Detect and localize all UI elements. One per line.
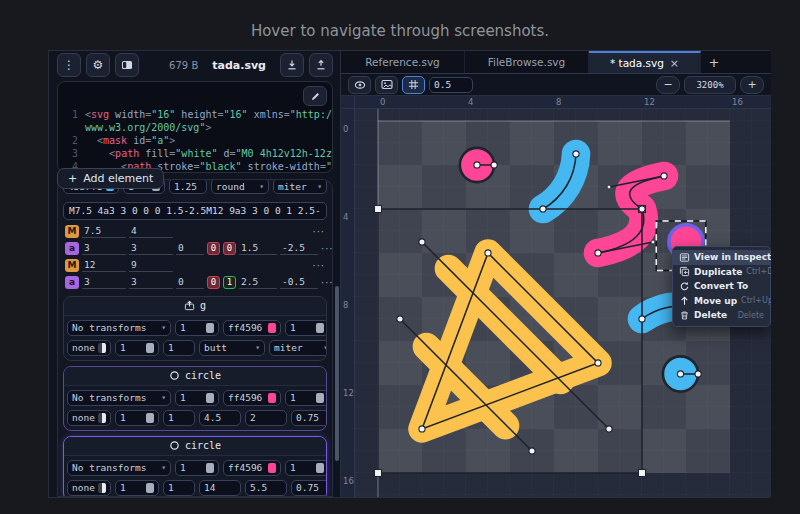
command-value[interactable]: 12 [82,259,126,272]
command-value[interactable]: 3 [129,242,173,255]
code-line[interactable]: 2 <mask id="a"> [58,134,332,147]
value-field[interactable]: 1 [175,320,219,336]
download-button[interactable] [280,53,304,77]
section-header-circle[interactable]: circle [64,367,326,386]
arc-flag[interactable]: 0 [223,242,236,255]
command-row[interactable]: a330012.5-0.5··· [63,274,327,291]
value-field[interactable]: 1.25 [169,179,207,194]
command-row[interactable]: M7.54··· [63,223,327,240]
more-options[interactable]: ··· [321,243,333,254]
value-field[interactable]: 1 [285,390,327,406]
code-editor[interactable]: 1<svg width="16" height="16" xmlns="http… [57,81,333,173]
value-field[interactable]: none [67,410,111,426]
menu-item-view-in-inspector[interactable]: View in Inspector [673,250,770,265]
value-field[interactable]: 1 [115,410,159,426]
section-header-g[interactable]: g [64,297,326,316]
code-lines[interactable]: 1<svg width="16" height="16" xmlns="http… [58,108,332,173]
value-field[interactable]: 1 [115,480,159,496]
new-tab-button[interactable]: + [701,51,727,73]
arc-flag[interactable]: 0 [207,276,220,289]
arc-flag[interactable]: 1 [223,276,236,289]
select-field[interactable]: butt▾ [199,340,265,356]
value-field[interactable]: none [67,480,111,496]
arc-flag[interactable]: 0 [207,242,220,255]
select-field[interactable]: miter▾ [269,340,327,356]
command-row[interactable]: a330001.5-2.5··· [63,240,327,257]
menu-item-delete[interactable]: DeleteDelete [673,308,770,323]
more-options[interactable]: ··· [321,277,333,288]
command-value[interactable]: 7.5 [82,225,126,238]
zoom-out-button[interactable]: − [656,76,680,94]
command-value[interactable]: 3 [82,276,126,289]
value-field[interactable]: 1 [163,480,195,496]
value-field[interactable]: 4.5 [199,410,241,426]
value-field[interactable]: 1 [163,340,195,356]
settings-button[interactable]: ⚙ [86,53,110,77]
element-section-g[interactable]: gNo transforms▾1ff45961none11butt▾miter▾ [63,296,327,361]
value-field[interactable]: 1 [285,320,327,336]
section-header-circle[interactable]: circle [64,437,326,456]
command-value[interactable]: -2.5 [280,242,318,255]
menu-item-convert-to[interactable]: Convert To [673,279,770,294]
value-field[interactable]: 1 [175,460,219,476]
value-field[interactable]: 14 [199,480,241,496]
element-section-circle[interactable]: circleNo transforms▾1ff45961none114.520.… [63,366,327,431]
value-field[interactable]: ff4596 [223,390,281,406]
value-field[interactable]: ff4596 [223,460,281,476]
value-field[interactable]: 1 [115,340,159,356]
zoom-in-button[interactable]: + [740,76,764,94]
menu-item-duplicate[interactable]: DuplicateCtrl+D [673,265,770,280]
delete-icon [679,310,690,321]
code-line[interactable]: www.w3.org/2000/svg"> [58,121,332,134]
value-field[interactable]: 1 [163,410,195,426]
left-panel: ⋮ ⚙ 679 B tada.svg 1<svg wid [49,51,341,497]
tab--tada-svg[interactable]: * tada.svg× [589,51,701,73]
command-row[interactable]: M129··· [63,257,327,274]
value-field[interactable]: 1 [285,460,327,476]
more-options[interactable]: ··· [312,226,325,237]
left-panel-scrollbar[interactable] [335,286,339,461]
select-field[interactable]: No transforms▾ [67,390,171,406]
path-data-input[interactable] [63,202,327,220]
more-options[interactable]: ··· [312,260,325,271]
drawing-canvas[interactable]: 0481216 0481216 View in InspectorDuplica… [341,96,771,497]
value-field[interactable]: 0.75 [291,480,327,496]
menu-item-move-up[interactable]: Move upCtrl+Up [673,294,770,309]
code-line[interactable]: 1<svg width="16" height="16" xmlns="http… [58,108,332,121]
value-field[interactable]: none [67,340,111,356]
menu-button[interactable]: ⋮ [57,53,81,77]
select-field[interactable]: No transforms▾ [67,320,171,336]
tab-reference-svg[interactable]: Reference.svg [341,51,465,73]
value-field[interactable]: 0.75 [291,410,327,426]
toggle-image-button[interactable] [375,76,398,94]
command-value[interactable]: 4 [129,225,173,238]
element-section-circle[interactable]: circleNo transforms▾1ff45961none11145.50… [63,436,327,498]
close-icon[interactable]: × [670,57,679,70]
command-value[interactable]: 0 [176,276,204,289]
command-value[interactable]: 2.5 [239,276,277,289]
edit-code-button[interactable] [303,86,327,106]
grid-size-input[interactable] [429,77,473,93]
tab-filebrowse-svg[interactable]: FileBrowse.svg [465,51,589,73]
value-field[interactable]: 1 [175,390,219,406]
value-field[interactable]: 2 [245,410,287,426]
value-field[interactable]: ff4596 [223,320,281,336]
command-value[interactable]: 3 [82,242,126,255]
command-value[interactable]: 0 [176,242,204,255]
layout-button[interactable] [115,53,139,77]
add-element-button[interactable]: + Add element [57,168,164,189]
value-field[interactable]: 5.5 [245,480,287,496]
command-value[interactable]: 1.5 [239,242,277,255]
upload-button[interactable] [309,53,333,77]
command-value[interactable]: 3 [129,276,173,289]
code-line[interactable]: 3 <path fill="white" d="M0 4h12v12h-12z"… [58,147,332,160]
command-value[interactable]: -0.5 [280,276,318,289]
toggle-visibility-button[interactable] [348,76,371,94]
select-field[interactable]: round▾ [211,179,269,194]
toggle-grid-button[interactable] [402,76,425,94]
command-value[interactable]: 9 [129,259,173,272]
select-field[interactable]: miter▾ [273,179,327,194]
select-field[interactable]: No transforms▾ [67,460,171,476]
zoom-level[interactable]: 3200% [684,76,736,94]
code-token: www.w3.org/2000/svg" [85,121,205,134]
